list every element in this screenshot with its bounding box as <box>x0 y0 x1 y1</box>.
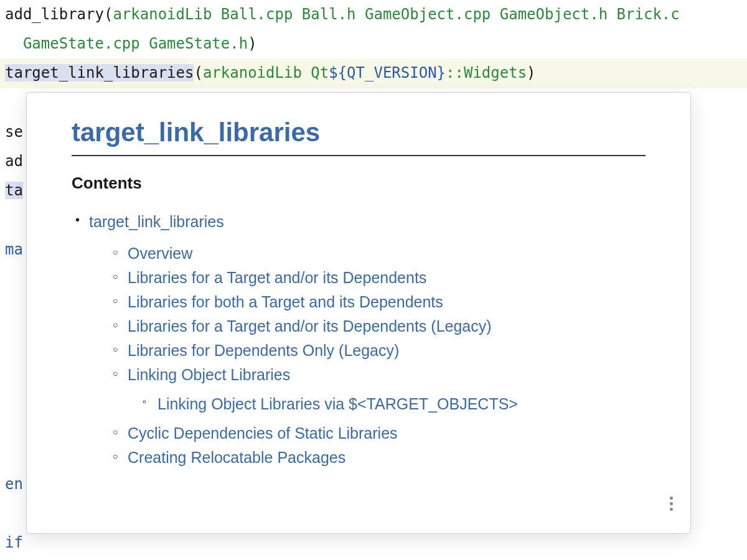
toc-link-libs-legacy[interactable]: Libraries for a Target and/or its Depend… <box>128 317 492 335</box>
toc-root: target_link_libraries Overview Libraries… <box>72 213 646 467</box>
toc-link-overview[interactable]: Overview <box>128 245 192 262</box>
toc-link-deps-only-legacy[interactable]: Libraries for Dependents Only (Legacy) <box>128 342 399 359</box>
code-line-3[interactable]: target_link_libraries(arkanoidLib Qt${QT… <box>0 58 747 88</box>
toc-link-libs-target-deps[interactable]: Libraries for a Target and/or its Depend… <box>128 269 426 286</box>
code-line-2[interactable]: GameState.cpp GameState.h) <box>0 29 747 58</box>
toc-sections: Overview Libraries for a Target and/or i… <box>89 245 646 467</box>
toc-link-target-objects[interactable]: Linking Object Libraries via $<TARGET_OB… <box>157 395 518 413</box>
documentation-popup: target_link_libraries Contents target_li… <box>26 92 691 534</box>
code-line-1[interactable]: add_library(arkanoidLib Ball.cpp Ball.h … <box>0 0 747 29</box>
toc-link-cyclic[interactable]: Cyclic Dependencies of Static Libraries <box>128 424 398 442</box>
toc-link-libs-both[interactable]: Libraries for both a Target and its Depe… <box>128 293 443 310</box>
doc-title: target_link_libraries <box>72 118 646 156</box>
toc-subsections: Linking Object Libraries via $<TARGET_OB… <box>128 395 646 413</box>
fn-name: target_link_libraries <box>5 64 194 82</box>
contents-heading: Contents <box>72 174 646 193</box>
toc-link-root[interactable]: target_link_libraries <box>89 213 224 230</box>
toc-link-object-libs[interactable]: Linking Object Libraries <box>128 366 290 383</box>
toc-link-relocatable[interactable]: Creating Relocatable Packages <box>128 449 345 466</box>
fn-name: add_library <box>5 6 104 23</box>
more-options-icon[interactable] <box>666 493 677 515</box>
